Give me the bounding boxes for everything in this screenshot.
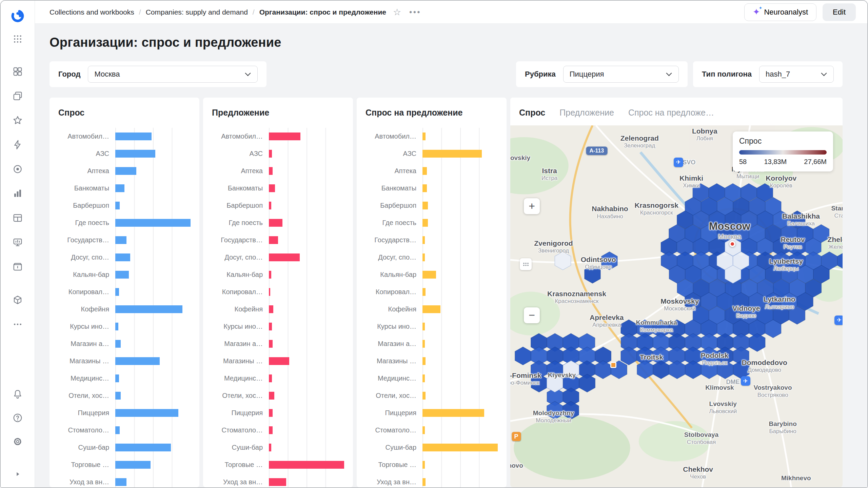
sidebar-item-datasets[interactable] — [8, 209, 27, 226]
bar[interactable] — [115, 253, 130, 261]
bar[interactable] — [115, 288, 119, 296]
bar-category-label: Досуг, спо… — [58, 249, 109, 266]
bar[interactable] — [269, 150, 272, 158]
bar[interactable] — [115, 478, 126, 486]
sidebar-item-editor[interactable] — [8, 234, 27, 251]
bar[interactable] — [115, 444, 171, 451]
datalens-logo[interactable] — [8, 7, 27, 24]
breadcrumb-collections[interactable]: Collections and workbooks — [50, 8, 134, 16]
city-select[interactable]: Москва — [88, 66, 258, 83]
bar[interactable] — [269, 392, 274, 400]
bar[interactable] — [422, 150, 482, 158]
bar[interactable] — [422, 236, 425, 244]
breadcrumb-workbook[interactable]: Companies: supply and demand — [146, 8, 248, 16]
bar[interactable] — [115, 150, 155, 158]
sidebar-item-monitoring[interactable] — [8, 161, 27, 178]
bar[interactable] — [115, 219, 191, 227]
gear-icon — [13, 436, 23, 447]
bar[interactable] — [422, 357, 426, 365]
bar[interactable] — [422, 444, 498, 451]
sidebar-item-more[interactable] — [8, 316, 27, 333]
bar[interactable] — [115, 167, 136, 175]
sidebar-item-favorites[interactable] — [8, 112, 27, 129]
edit-button[interactable]: Edit — [823, 3, 856, 21]
collapse-sidebar-button[interactable] — [8, 466, 27, 483]
bar[interactable] — [115, 374, 119, 382]
bar[interactable] — [269, 305, 273, 313]
bar[interactable] — [269, 426, 273, 434]
settings-button[interactable] — [8, 433, 27, 450]
bar[interactable] — [269, 184, 275, 192]
sidebar-item-services[interactable] — [8, 291, 27, 308]
bar[interactable] — [115, 409, 178, 417]
map-tab-demand[interactable]: Спрос — [519, 108, 545, 118]
bar[interactable] — [115, 305, 182, 313]
bar[interactable] — [422, 167, 427, 175]
map-tab-supply[interactable]: Предложение — [559, 108, 614, 118]
bar[interactable] — [422, 288, 426, 296]
favorite-star-icon[interactable]: ☆ — [393, 7, 401, 18]
main-menu-button[interactable] — [8, 30, 27, 47]
bar[interactable] — [115, 357, 160, 365]
bar[interactable] — [422, 305, 440, 313]
neuroanalyst-button[interactable]: ✦✦ Neuroanalyst — [744, 3, 816, 21]
map-tab-demand-per-supply[interactable]: Спрос на предложе… — [628, 108, 714, 118]
bar[interactable] — [269, 167, 273, 175]
bar-track — [269, 180, 344, 197]
bar[interactable] — [269, 253, 300, 261]
bar[interactable] — [115, 392, 121, 400]
zoom-out-button[interactable]: − — [524, 307, 540, 323]
bar[interactable] — [422, 340, 425, 348]
bar[interactable] — [269, 340, 273, 348]
bar[interactable] — [115, 236, 126, 244]
bar[interactable] — [422, 253, 425, 261]
bar[interactable] — [422, 219, 428, 227]
bar[interactable] — [422, 374, 425, 382]
polygon-select[interactable]: hash_7 — [759, 66, 834, 83]
bar[interactable] — [269, 461, 344, 469]
bar[interactable] — [269, 271, 271, 279]
sidebar-item-collections[interactable] — [8, 87, 27, 104]
bar[interactable] — [115, 340, 121, 348]
bar[interactable] — [269, 219, 282, 227]
bar[interactable] — [422, 409, 484, 417]
bar[interactable] — [269, 478, 286, 486]
rubric-select[interactable]: Пиццерия — [563, 66, 679, 83]
sidebar-item-quick-actions[interactable] — [8, 136, 27, 153]
bar[interactable] — [422, 271, 436, 279]
sidebar-item-charts[interactable] — [8, 185, 27, 202]
bar[interactable] — [269, 288, 270, 296]
bar[interactable] — [422, 478, 426, 486]
help-button[interactable] — [8, 409, 27, 426]
zoom-in-button[interactable]: + — [524, 198, 540, 214]
bar[interactable] — [422, 426, 425, 434]
bar[interactable] — [115, 271, 129, 279]
bar[interactable] — [269, 444, 271, 451]
map-drag-handle[interactable] — [520, 258, 532, 270]
bar[interactable] — [422, 392, 426, 400]
bar[interactable] — [422, 184, 427, 192]
bar[interactable] — [422, 461, 425, 469]
bar[interactable] — [269, 374, 272, 382]
bar[interactable] — [269, 236, 278, 244]
bar[interactable] — [115, 323, 118, 330]
bar[interactable] — [115, 426, 120, 434]
bar[interactable] — [422, 202, 428, 209]
bar[interactable] — [115, 184, 124, 192]
bar[interactable] — [115, 202, 120, 209]
bar[interactable] — [422, 323, 425, 330]
bar[interactable] — [115, 133, 152, 140]
bar[interactable] — [269, 409, 273, 417]
sidebar-item-dashboards[interactable] — [8, 63, 27, 80]
bar-category-label: Досуг, спо… — [366, 249, 416, 266]
bar[interactable] — [269, 323, 272, 330]
bar[interactable] — [269, 357, 289, 365]
sidebar-item-storage[interactable] — [8, 258, 27, 275]
breadcrumb-more-icon[interactable]: ••• — [409, 8, 421, 17]
bar[interactable] — [269, 133, 300, 140]
bar[interactable] — [269, 202, 271, 209]
notifications-button[interactable] — [8, 386, 27, 403]
bar[interactable] — [422, 133, 426, 140]
map[interactable]: ZelenogradЗеленоградLobnyaЛобняrebovskiy… — [510, 125, 843, 487]
bar[interactable] — [115, 461, 151, 469]
